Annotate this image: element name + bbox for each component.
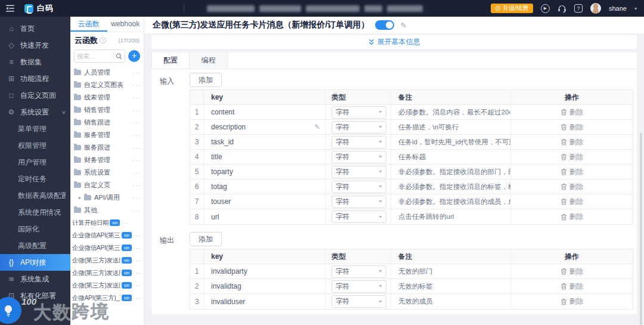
param-key-cell[interactable]: task_id ✎ (204, 135, 326, 149)
sidebar-item[interactable]: □ 自定义页面 (0, 87, 70, 104)
more-icon[interactable]: ··· (132, 107, 141, 114)
sidebar-item-api-docking[interactable]: {} API对接 (0, 254, 70, 271)
param-key-cell[interactable]: title ✎ (204, 150, 326, 164)
sidebar-subitem[interactable]: 用户管理 (0, 154, 70, 171)
sidebar-item-system-settings[interactable]: ⚙ 系统设置 ∨ (0, 104, 70, 120)
folder-row[interactable]: 财务管理 ··· (70, 154, 144, 166)
more-icon[interactable]: ··· (133, 282, 141, 289)
more-icon[interactable]: ··· (132, 182, 141, 189)
type-select[interactable]: 字符 (332, 295, 386, 308)
expand-basic-info-bar[interactable]: 展开基本信息 (151, 35, 637, 49)
param-key-cell[interactable]: url ✎ (204, 209, 326, 224)
add-function-button[interactable]: + (128, 50, 140, 62)
sidebar-item[interactable]: ⊡ 私有化部署 (0, 287, 70, 304)
function-item[interactable]: 企微API(第三方)_更新任务 on ··· (70, 292, 144, 304)
param-key-cell[interactable]: invalidparty (204, 264, 326, 278)
delete-button[interactable]: 删除 (561, 122, 584, 132)
sidebar-subitem[interactable]: 系统使用情况 (0, 204, 70, 221)
type-select[interactable]: 字符 (332, 106, 386, 119)
param-remark[interactable]: 任务标题 (391, 150, 511, 164)
sidebar-item[interactable]: ≡ 数据集 (0, 54, 70, 70)
add-output-button[interactable]: 添加 (190, 232, 222, 246)
sidebar-item[interactable]: ◇ 快速开发 (0, 37, 70, 54)
sidebar-collapse-icon[interactable] (6, 5, 15, 12)
search-input[interactable] (77, 52, 108, 60)
type-select[interactable]: 字符 (332, 166, 386, 178)
folder-row[interactable]: 销售管理 ··· (70, 104, 144, 116)
param-remark[interactable]: 任务id，暂时先用_id代替使用，不可重复 (391, 135, 511, 149)
param-key-cell[interactable]: invaliduser (204, 294, 326, 309)
sidebar-item[interactable]: ⊞ 功能流程 (0, 70, 70, 87)
delete-button[interactable]: 删除 (561, 107, 584, 117)
app-logo[interactable]: 白码 (24, 3, 54, 14)
folder-row[interactable]: 自定义页图表 ··· (70, 79, 144, 91)
search-box[interactable] (74, 49, 125, 63)
folder-row-other[interactable]: 其他 ··· (70, 204, 144, 216)
tab-webhook[interactable]: webhook (107, 17, 144, 32)
type-select[interactable]: 字符 (332, 181, 386, 193)
sidebar-subitem[interactable]: 权限管理 (0, 137, 70, 154)
delete-button[interactable]: 删除 (561, 197, 584, 207)
folder-row-api-call[interactable]: ▸ API/调用 ··· (70, 191, 144, 204)
more-icon[interactable]: ··· (121, 219, 129, 227)
type-select[interactable]: 字符 (332, 121, 386, 134)
sidebar-subitem[interactable]: 高级配置 (0, 237, 70, 254)
upgrade-renew-button[interactable]: 升级/续费 (491, 4, 533, 13)
function-item[interactable]: 计算开始日期 on ··· (70, 216, 144, 229)
type-select[interactable]: 字符 (332, 136, 386, 148)
function-item[interactable]: 企微(第三方)发送应用消息 on ··· (70, 254, 144, 267)
more-icon[interactable]: ··· (132, 119, 141, 126)
tab-config[interactable]: 配置 (151, 52, 190, 69)
sidebar-subitem[interactable]: 菜单管理 (0, 120, 70, 137)
delete-button[interactable]: 删除 (561, 152, 584, 162)
param-key-cell[interactable]: invalidtag (204, 279, 326, 293)
username[interactable]: shane (609, 5, 627, 12)
delete-button[interactable]: 删除 (561, 137, 584, 147)
more-icon[interactable]: ··· (132, 82, 141, 89)
delete-button[interactable]: 删除 (561, 296, 584, 307)
param-key-cell[interactable]: toparty ✎ (204, 165, 326, 179)
more-icon[interactable]: ··· (133, 244, 141, 252)
param-remark[interactable]: 无效的成员 (391, 294, 511, 309)
param-remark[interactable]: 无效的部门 (391, 264, 511, 278)
sidebar-subitem[interactable]: 定时任务 (0, 171, 70, 187)
sidebar-item[interactable]: ≋ 系统集成 (0, 271, 70, 287)
param-remark[interactable]: 点击任务跳转的url (391, 209, 511, 224)
param-key-cell[interactable]: touser ✎ (204, 194, 326, 209)
more-icon[interactable]: ··· (133, 295, 141, 302)
chevron-down-icon[interactable]: ▾ (634, 6, 637, 11)
folder-row[interactable]: 销售跟进 ··· (70, 116, 144, 129)
param-remark[interactable]: 无效的标签 (391, 279, 511, 293)
folder-row[interactable]: 自定义页 ··· (70, 179, 144, 191)
folder-row[interactable]: 服务管理 ··· (70, 129, 144, 141)
type-select[interactable]: 字符 (332, 280, 386, 293)
more-icon[interactable]: ··· (133, 232, 141, 239)
more-icon[interactable]: ··· (132, 169, 141, 177)
more-icon[interactable]: ··· (132, 94, 141, 101)
more-icon[interactable]: ··· (132, 194, 141, 202)
param-remark[interactable]: 必须参数。消息内容，最长不超过2048个字节，超 (391, 105, 511, 119)
delete-button[interactable]: 删除 (561, 212, 584, 222)
tab-cloud-functions[interactable]: 云函数 (70, 17, 107, 32)
play-tutorial-icon[interactable]: ▶ (541, 4, 550, 13)
delete-button[interactable]: 删除 (561, 281, 584, 292)
more-icon[interactable]: ··· (132, 144, 141, 151)
add-input-button[interactable]: 添加 (190, 73, 222, 87)
function-item[interactable]: 企业微信API(第三方)_获取 on ··· (70, 229, 144, 242)
vertical-scrollbar[interactable] (640, 132, 642, 325)
function-item[interactable]: 企业微信API(第三方)_基础 on ··· (70, 242, 144, 254)
more-icon[interactable]: ··· (133, 257, 141, 264)
param-key-cell[interactable]: description ✎ (204, 120, 326, 134)
help-icon[interactable]: ? (574, 4, 583, 13)
more-icon[interactable]: ··· (132, 69, 141, 76)
param-remark[interactable]: 非必须参数。指定接收消息的成员，成员ID列表（ (391, 194, 511, 209)
enable-toggle[interactable] (375, 20, 394, 30)
param-key-cell[interactable]: content ✎ (204, 105, 326, 119)
help-circle-icon[interactable]: ? (100, 37, 106, 44)
param-remark[interactable]: 任务描述，\n可换行 (391, 120, 511, 134)
function-item[interactable]: 企微(第三方)发送应用任务 on ··· (70, 279, 144, 292)
type-select[interactable]: 字符 (332, 196, 386, 208)
param-key-cell[interactable]: totag ✎ (204, 179, 326, 194)
more-icon[interactable]: ··· (132, 207, 141, 214)
tab-programming[interactable]: 编程 (190, 52, 228, 69)
